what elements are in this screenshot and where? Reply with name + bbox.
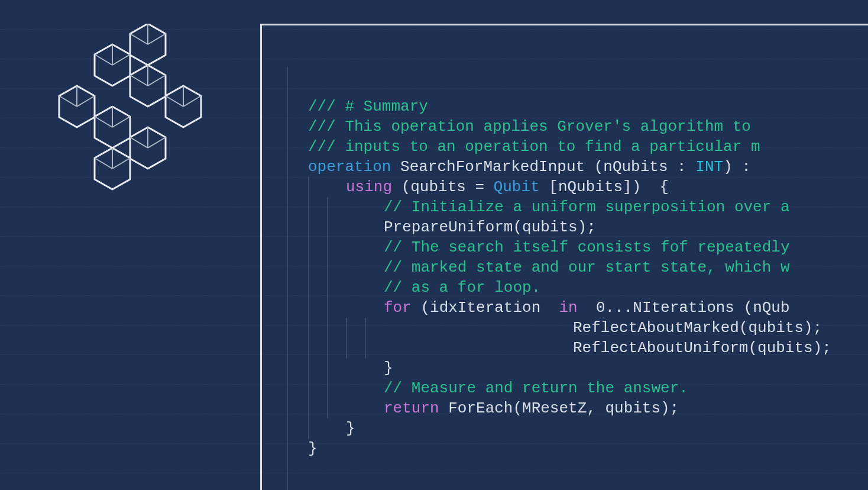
code-token: in: [559, 299, 595, 317]
indent-guide: [308, 318, 309, 338]
code-line-content: }: [346, 359, 393, 377]
indent-guide: [308, 398, 309, 418]
indent-guide: [327, 298, 328, 318]
code-line-content: }: [308, 440, 318, 457]
code-token: INT: [695, 158, 723, 176]
indent-guide: [346, 338, 347, 358]
code-line-content: /// This operation applies Grover's algo…: [308, 118, 760, 136]
code-line: // Initialize a uniform superposition ov…: [308, 197, 868, 217]
indent-guide: [327, 217, 328, 237]
code-line: // as a for loop.: [308, 278, 868, 298]
indent-guide: [327, 318, 328, 338]
indent-guide: [308, 197, 309, 217]
indent-guide: [308, 358, 309, 378]
code-token: // marked state and our start state, whi…: [384, 259, 790, 276]
indent-guide: [308, 237, 309, 257]
indent-guide: [327, 398, 328, 418]
indent-guide: [365, 318, 366, 338]
code-line: PrepareUniform(qubits);: [308, 217, 868, 237]
indent-guide: [365, 338, 366, 358]
indent-guide: [327, 237, 328, 257]
code-token: /// # Summary: [308, 98, 428, 115]
code-line-content: PrepareUniform(qubits);: [346, 218, 596, 236]
code-token: ) :: [723, 158, 760, 176]
code-token: return: [384, 399, 448, 417]
code-line: /// This operation applies Grover's algo…: [308, 117, 868, 137]
code-line-content: /// inputs to an operation to find a par…: [308, 138, 760, 156]
code-token: for: [384, 299, 420, 317]
code-line-content: ReflectAboutMarked(qubits);: [441, 319, 822, 337]
code-token: /// This operation applies Grover's algo…: [308, 118, 760, 136]
cube-cluster-icon: [47, 24, 213, 213]
indent-guide: [327, 358, 328, 378]
code-token: using: [346, 178, 401, 196]
code-editor-frame: /// # Summary/// This operation applies …: [260, 24, 868, 490]
code-line-content: for (idxIteration in 0...NIterations (nQ…: [346, 299, 790, 317]
code-token: 0...: [596, 299, 633, 317]
code-line: operation SearchForMarkedInput (nQubits …: [308, 157, 868, 177]
code-token: PrepareUniform(qubits);: [384, 218, 596, 236]
logo-cube-cluster: [47, 24, 213, 213]
code-body: /// # Summary/// This operation applies …: [308, 96, 868, 459]
code-token: ReflectAboutMarked(qubits);: [573, 319, 822, 337]
indent-guide: [308, 378, 309, 398]
code-line-content: // Initialize a uniform superposition ov…: [346, 198, 790, 216]
code-token: Qubit: [494, 178, 549, 196]
code-line: /// # Summary: [308, 96, 868, 117]
code-line: using (qubits = Qubit [nQubits]) {: [308, 177, 868, 197]
code-token: SearchForMarkedInput (nQubits :: [400, 158, 695, 176]
indent-guide: [308, 217, 309, 237]
indent-guide: [346, 318, 347, 338]
indent-guide: [308, 298, 309, 318]
indent-guide: [327, 378, 328, 398]
code-line-content: // marked state and our start state, whi…: [346, 259, 790, 276]
code-token: ReflectAboutUniform(qubits);: [573, 339, 831, 357]
indent-guide: [308, 257, 309, 278]
code-line: // Measure and return the answer.: [308, 378, 868, 398]
editor-ruler: [287, 67, 288, 490]
code-token: (qubits =: [401, 178, 494, 196]
code-line-content: using (qubits = Qubit [nQubits]) {: [327, 178, 669, 196]
indent-guide: [308, 338, 309, 358]
code-token: }: [308, 440, 318, 457]
code-line-content: // as a for loop.: [346, 279, 540, 296]
code-token: ForEach(MResetZ, qubits);: [448, 399, 679, 417]
code-line: ReflectAboutUniform(qubits);: [308, 338, 868, 358]
code-line-content: ReflectAboutUniform(qubits);: [441, 339, 831, 357]
indent-guide: [327, 338, 328, 358]
code-token: (idxIteration: [420, 299, 559, 317]
code-line-content: operation SearchForMarkedInput (nQubits …: [308, 158, 760, 176]
indent-guide: [308, 278, 309, 298]
code-token: /// inputs to an operation to find a par…: [308, 138, 760, 156]
code-line: }: [308, 418, 868, 439]
code-line: }: [308, 439, 868, 459]
code-line-content: /// # Summary: [308, 98, 428, 115]
code-token: // The search itself consists fof repeat…: [384, 238, 790, 256]
code-token: NIterations (nQub: [633, 299, 789, 317]
code-token: }: [384, 359, 393, 377]
code-token: // Measure and return the answer.: [384, 379, 688, 397]
code-line: // The search itself consists fof repeat…: [308, 237, 868, 257]
code-line: // marked state and our start state, whi…: [308, 257, 868, 278]
code-line: for (idxIteration in 0...NIterations (nQ…: [308, 298, 868, 318]
code-line: return ForEach(MResetZ, qubits);: [308, 398, 868, 418]
code-line: /// inputs to an operation to find a par…: [308, 137, 868, 157]
indent-guide: [308, 418, 309, 439]
indent-guide: [327, 197, 328, 217]
code-token: [nQubits]) {: [549, 178, 669, 196]
indent-guide: [308, 177, 309, 197]
code-token: }: [346, 420, 355, 437]
code-token: operation: [308, 158, 400, 176]
code-token: // Initialize a uniform superposition ov…: [384, 198, 790, 216]
code-line-content: }: [327, 420, 355, 437]
code-line-content: return ForEach(MResetZ, qubits);: [346, 399, 679, 417]
indent-guide: [327, 257, 328, 278]
code-line: }: [308, 358, 868, 378]
code-line-content: // Measure and return the answer.: [346, 379, 688, 397]
code-token: // as a for loop.: [384, 279, 540, 296]
indent-guide: [327, 278, 328, 298]
code-line-content: // The search itself consists fof repeat…: [346, 238, 790, 256]
code-line: ReflectAboutMarked(qubits);: [308, 318, 868, 338]
